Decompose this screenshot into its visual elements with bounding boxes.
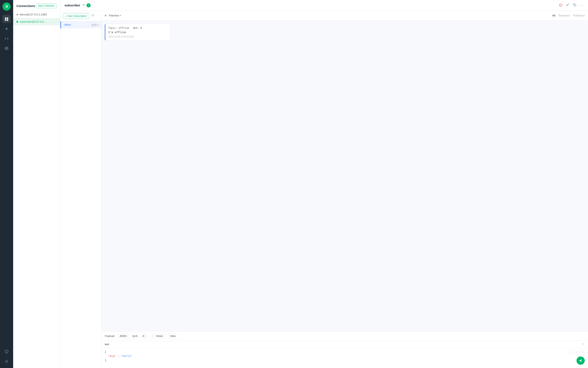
svg-point-6 [5,47,8,48]
send-button[interactable] [577,357,585,365]
new-subscription-button[interactable]: + New Subscription [63,13,89,19]
topic-input[interactable] [105,343,582,346]
tab-title: subscriber [64,3,80,7]
svg-rect-1 [7,18,8,19]
message-qos: QoS: 0 [133,27,142,29]
connection-item-subscriber[interactable]: subscriber@127.0.0.... [13,18,60,25]
svg-rect-9 [6,351,7,353]
sidebar-icon-code[interactable] [2,35,11,43]
sidebar-icon-add[interactable] [2,25,11,33]
main-area: subscriber 1 [60,0,588,368]
message-content: I'm offline [108,31,167,34]
payload-format-value: JSON [120,335,126,338]
connection-label-subscriber: subscriber@127.0.0.... [20,20,47,23]
retain-label: Retain [156,335,163,338]
connections-panel: Connections New Collection demo@127.0.0.… [13,0,60,368]
format-chevron-icon: ▾ [120,14,122,17]
messages-panel: Plaintext ▾ All Received Published Topic… [102,11,588,368]
connection-label-demo: demo@127.0.0.1:1883 [20,13,47,16]
subscriptions-panel: + New Subscription offline QoS 0 [60,11,102,368]
format-selector[interactable]: Plaintext ▾ [109,14,122,17]
publish-body-nav: ← − → [568,350,585,354]
top-bar: subscriber 1 [60,0,588,11]
retain-radio-icon [152,335,155,337]
payload-label: Payload: [105,334,115,338]
retain-button[interactable]: Retain [150,334,166,339]
subscription-qos: QoS 0 [91,23,98,26]
publish-toolbar: Payload: JSON ▾ QoS: 0 ▾ Retain Meta [102,331,588,341]
messages-list: Topic: offline QoS: 0 I'm offline 2021-1… [102,21,588,331]
content-area: + New Subscription offline QoS 0 [60,11,588,368]
message-card: Topic: offline QoS: 0 I'm offline 2021-1… [105,24,171,40]
json-line-open: { [105,350,585,354]
publish-body: { "msg" : "hello" } ← [102,348,588,365]
message-timestamp: 2021-12-08 11:43:43:333 [108,35,167,38]
qos-value: 0 [143,335,144,338]
sidebar-icon-info[interactable] [2,347,11,356]
tab-all[interactable]: All [552,13,555,18]
svg-rect-2 [5,19,6,21]
qos-select[interactable]: 0 ▾ [141,334,148,339]
svg-rect-3 [7,19,8,21]
json-line-msg: "msg" : "hello" [105,354,585,358]
svg-point-8 [6,351,7,351]
new-collection-button[interactable]: New Collection [36,3,57,8]
subscriptions-header: + New Subscription [60,11,101,21]
nav-back-button[interactable]: ← [568,350,573,354]
plus-icon: + [65,14,67,18]
more-icon[interactable]: ··· [580,3,584,8]
format-label: Plaintext [109,14,119,17]
subscription-name: offline [64,23,71,26]
sidebar-icon-settings[interactable] [2,357,11,366]
svg-rect-0 [5,18,6,19]
message-topic: Topic: offline [108,27,129,29]
connections-header: Connections New Collection [13,0,60,11]
sidebar-icon-connections[interactable] [2,15,11,23]
sidebar-icon-database[interactable] [2,45,11,53]
payload-format-chevron-icon: ▾ [127,335,128,337]
top-bar-icons: ··· [559,3,584,8]
meta-button[interactable]: Meta [168,334,178,339]
nav-minus-button[interactable]: − [574,350,579,354]
connections-title: Connections [17,4,35,8]
messages-toolbar: Plaintext ▾ All Received Published [102,11,588,21]
connection-item-demo[interactable]: demo@127.0.0.1:1883 [13,11,60,18]
tab-chevron-icon[interactable] [82,3,85,7]
filter-icon[interactable] [90,13,95,19]
edit-icon[interactable] [566,3,570,8]
expand-icon[interactable] [582,342,585,346]
app-logo[interactable]: ✕ [2,2,11,11]
svg-rect-11 [574,4,576,6]
copy-icon[interactable] [573,3,577,8]
qos-label: QoS: [132,334,139,338]
subscription-item-offline[interactable]: offline QoS 0 [60,21,101,28]
tab-badge: 1 [87,3,91,7]
payload-format-select[interactable]: JSON ▾ [118,334,130,339]
nav-forward-button[interactable]: → [580,350,585,354]
format-status-dot [105,15,106,17]
publish-topic-row [102,341,588,348]
sidebar: ✕ [0,0,13,368]
publish-footer: { "msg" : "hello" } ← [102,348,588,368]
tab-published[interactable]: Published [573,13,585,18]
svg-point-10 [6,361,7,362]
power-icon[interactable] [559,3,562,8]
qos-chevron-icon: ▾ [145,335,146,337]
messages-tabs: All Received Published [552,13,585,18]
connection-status-dot-demo [17,14,18,15]
connection-status-dot-subscriber [17,21,18,23]
publish-panel: Payload: JSON ▾ QoS: 0 ▾ Retain Meta [102,331,588,368]
new-subscription-label: New Subscription [68,15,87,18]
json-line-close: } [105,358,585,363]
tab-received[interactable]: Received [559,13,570,18]
message-meta: Topic: offline QoS: 0 [108,27,167,29]
